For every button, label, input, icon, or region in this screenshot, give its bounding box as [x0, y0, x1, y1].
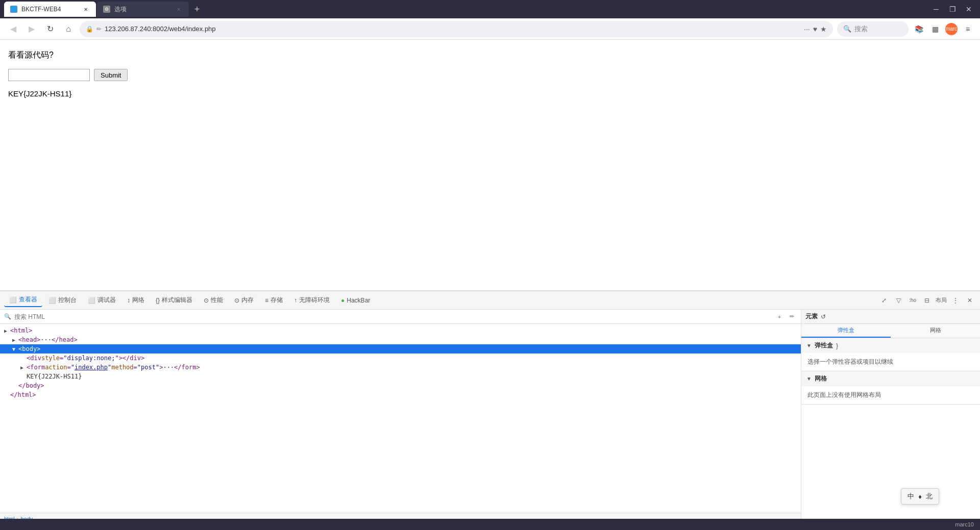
form-attr-val1: "index.php" — [71, 364, 112, 371]
edit-node-button[interactable]: ✏ — [787, 312, 797, 322]
submit-button[interactable]: Submit — [94, 69, 128, 81]
devtools-layout-label[interactable]: 布局 — [935, 294, 947, 307]
devtools-expand-button[interactable]: ⤢ — [878, 294, 890, 307]
devtools-tab-network[interactable]: ↕ 网络 — [122, 294, 150, 307]
window-controls: ─ ❐ ✕ — [929, 2, 976, 16]
devtools-toolbar: ⬜ 查看器 ⬜ 控制台 ⬜ 调试器 ↕ 网络 {} 样式编辑器 ⊙ 性能 ⊙ 内… — [0, 291, 980, 310]
widget-text-1: 中 — [908, 492, 914, 501]
devtools-tab-hackbar[interactable]: ● HackBar — [336, 295, 375, 306]
menu-icon[interactable]: ≡ — [962, 23, 974, 35]
devtools-tab-accessibility[interactable]: ↑ 无障碍环境 — [289, 294, 335, 307]
key-text: KEY{J22JK-HS11} — [27, 373, 82, 380]
form-attr-action: action — [45, 364, 67, 371]
grid-section: ▼ 网格 此页面上没有使用网格布局 — [801, 371, 980, 405]
home-button[interactable]: ⌂ — [61, 22, 76, 36]
tree-line-html-close[interactable]: </html> — [0, 390, 801, 399]
url-display: 123.206.87.240:8002/web4/index.php — [105, 25, 801, 33]
pocket-icon[interactable]: ♥ — [813, 25, 817, 33]
devtools-tab-debugger[interactable]: ⬜ 调试器 — [83, 294, 121, 307]
sync-icon[interactable]: marc — [945, 23, 958, 35]
form-close: </form> — [174, 364, 200, 371]
div-tag: <div — [27, 355, 41, 362]
body-expand[interactable]: ▼ — [12, 346, 18, 352]
memory-icon: ⊙ — [234, 297, 239, 304]
refresh-button[interactable]: ↻ — [43, 22, 57, 36]
layout-icon[interactable]: ▦ — [929, 23, 941, 35]
devtools-tab-memory[interactable]: ⊙ 内存 — [229, 294, 259, 307]
tree-line-form[interactable]: ▶ <form action = "index.php" method = "p… — [0, 363, 801, 372]
text-input[interactable] — [8, 69, 90, 81]
html-search-actions: + ✏ — [774, 312, 797, 322]
tree-line-key-text[interactable]: KEY{J22JK-HS11} — [0, 372, 801, 381]
form-area: Submit — [8, 69, 972, 81]
widget-icon-1: ♦ — [918, 493, 922, 500]
refresh-icon[interactable]: ↺ — [821, 313, 826, 320]
debugger-icon: ⬜ — [88, 297, 95, 304]
form-tag: <form — [27, 364, 45, 371]
grid-tab[interactable]: 网格 — [891, 324, 980, 338]
grid-section-header[interactable]: ▼ 网格 — [801, 371, 980, 386]
inspector-icon: ⬜ — [9, 296, 17, 304]
inspector-label: 查看器 — [19, 295, 37, 304]
tree-line-body[interactable]: ▼ <body> — [0, 344, 801, 354]
head-close: </head> — [52, 336, 78, 343]
restore-button[interactable]: ❐ — [945, 2, 960, 16]
flexbox-arrow: ▼ — [806, 343, 812, 348]
tree-line-head[interactable]: ▶ <head> ··· </head> — [0, 335, 801, 344]
devtools-tab-console[interactable]: ⬜ 控制台 — [43, 294, 82, 307]
tree-line-body-close[interactable]: </body> — [0, 381, 801, 390]
element-label: 元素 — [805, 312, 818, 321]
minimize-button[interactable]: ─ — [929, 2, 943, 16]
search-box[interactable]: 🔍 搜索 — [837, 21, 909, 37]
tab-options[interactable]: ⚙ 选项 ✕ — [97, 2, 189, 17]
page-question: 看看源代码? — [8, 50, 972, 61]
floating-widget[interactable]: 中 ♦ 北 — [901, 488, 939, 504]
head-tag: <head> — [18, 336, 40, 343]
devtools-tab-styles[interactable]: {} 样式编辑器 — [151, 294, 198, 307]
flexbox-section-header[interactable]: ▼ 弹性盒 } — [801, 338, 980, 353]
form-expand[interactable]: ▶ — [20, 365, 27, 370]
memory-label: 内存 — [241, 296, 254, 305]
star-icon[interactable]: ★ — [820, 25, 827, 33]
flexbox-tab[interactable]: 弹性盒 — [801, 324, 891, 338]
html-expand[interactable]: ▶ — [4, 328, 10, 334]
more-icon[interactable]: ··· — [804, 25, 810, 33]
form-attr-eq2: = — [134, 364, 137, 371]
div-attr-eq: = — [60, 355, 63, 362]
library-icon[interactable]: 📚 — [913, 23, 925, 35]
forward-button[interactable]: ▶ — [24, 22, 39, 36]
status-bar: marc10 — [0, 519, 980, 530]
form-attr-val2: "post" — [137, 364, 159, 371]
devtools-filter-button[interactable]: ▽ — [892, 294, 904, 307]
tree-line-div-hidden[interactable]: <div style = "display:none;" ></div> — [0, 354, 801, 363]
tab-options-label: 选项 — [114, 5, 170, 14]
add-node-button[interactable]: + — [774, 312, 785, 322]
devtools-layout-ho[interactable]: :ho — [906, 294, 919, 307]
search-placeholder: 搜索 — [854, 24, 868, 34]
grid-section-content: 此页面上没有使用网格布局 — [801, 386, 980, 404]
performance-icon: ⊙ — [204, 297, 209, 304]
tab-bkctf-close[interactable]: ✕ — [82, 5, 90, 13]
back-button[interactable]: ◀ — [6, 22, 20, 36]
div-tag-close: ></div> — [119, 355, 145, 362]
status-text: marc10 — [955, 521, 974, 527]
tree-line-html[interactable]: ▶ <html> — [0, 326, 801, 335]
devtools-more-button[interactable]: ⋮ — [949, 294, 962, 307]
devtools-tab-inspector[interactable]: ⬜ 查看器 — [4, 293, 42, 307]
head-dots: ··· — [40, 336, 52, 343]
devtools-tab-performance[interactable]: ⊙ 性能 — [199, 294, 228, 307]
tab-bkctf[interactable]: 🌐 BKCTF-WEB4 ✕ — [4, 2, 96, 17]
flexbox-section: ▼ 弹性盒 } 选择一个弹性容器或项目以继续 — [801, 338, 980, 371]
devtools-layout-toggle[interactable]: ⊟ — [921, 294, 933, 307]
html-search-input[interactable] — [14, 313, 771, 320]
head-expand[interactable]: ▶ — [12, 337, 18, 343]
devtools-close-button[interactable]: ✕ — [964, 294, 976, 307]
html-search-icon: 🔍 — [4, 313, 11, 320]
form-tag-gt: > — [159, 364, 163, 371]
add-tab-button[interactable]: + — [190, 2, 204, 16]
close-button[interactable]: ✕ — [962, 2, 976, 16]
devtools-tab-storage[interactable]: ≡ 存储 — [260, 294, 288, 307]
tab-options-close[interactable]: ✕ — [175, 5, 183, 13]
address-bar[interactable]: 🔒 ✏ 123.206.87.240:8002/web4/index.php ·… — [80, 21, 833, 37]
address-actions: ··· ♥ ★ — [804, 25, 827, 33]
